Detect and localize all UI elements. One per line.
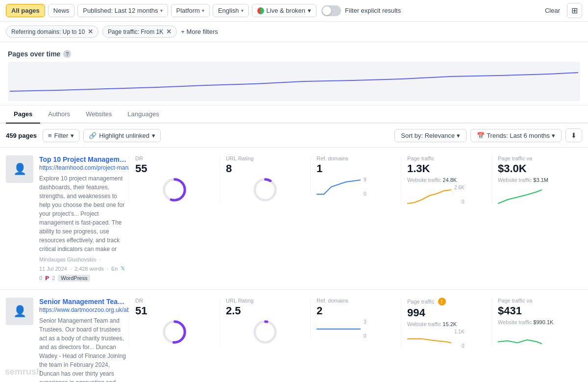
- ur-donut-0: [226, 178, 304, 202]
- more-filters-button[interactable]: + More filters: [181, 28, 218, 35]
- page-traffic-val-chart-0: [498, 185, 576, 204]
- chevron-down-icon: ▾: [457, 132, 460, 139]
- explicit-filter-toggle-wrap: Filter explicit results: [321, 5, 401, 16]
- result-title-1[interactable]: Senior Management Team & Trustees - Dart…: [39, 298, 129, 306]
- chevron-down-icon: ▾: [152, 132, 155, 139]
- page-traffic-range-0: 2.6K 0: [454, 185, 465, 204]
- trends-button[interactable]: 📅 Trends: Last 6 months ▾: [470, 129, 562, 142]
- ref-domains-range-1: 3 0: [364, 319, 367, 339]
- result-url-1: https://www.dartmoorzoo.org.uk/aboutus/s…: [39, 306, 129, 313]
- chart-title: Pages over time ?: [8, 50, 580, 58]
- calendar-icon: 📅: [477, 132, 485, 139]
- table-row: 👤 Senior Management Team & Trustees - Da…: [0, 290, 588, 382]
- tabs-bar: Pages Authors Websites Languages: [0, 105, 588, 124]
- ref-domains-metric-1: Ref. domains 2 3 0: [310, 298, 401, 339]
- info-icon[interactable]: ?: [63, 50, 71, 58]
- chevron-down-icon: ▾: [160, 8, 163, 13]
- result-meta-0: Mindaugas Gluchovskis · 11 Jul 2024 · 2,…: [39, 256, 129, 281]
- page-traffic-val-chart-1: [498, 327, 576, 347]
- result-content-0: Top 10 Project Management Dashboard Exam…: [39, 155, 129, 281]
- result-desc-0: Explore 10 project management dashboards…: [39, 174, 129, 254]
- clear-button[interactable]: Clear: [541, 4, 564, 17]
- result-desc-1: Senior Management Team and Trustees. Our…: [39, 316, 129, 382]
- results-list: 👤 Top 10 Project Management Dashboard Ex…: [0, 148, 588, 382]
- highlight-unlinked-button[interactable]: 🔗 Highlight unlinked ▾: [83, 129, 161, 142]
- explicit-filter-label: Filter explicit results: [345, 7, 401, 14]
- ref-domains-range-0: 9 0: [364, 177, 367, 197]
- url-rating-metric-1: URL Rating 2.5: [220, 298, 310, 347]
- result-url-0: https://teamhood.com/project-management/…: [39, 164, 129, 171]
- dr-donut-1: [135, 320, 214, 344]
- link-icon: 🔗: [89, 132, 97, 139]
- published-filter[interactable]: Published: Last 12 months ▾: [77, 4, 168, 17]
- page-traffic-metric-1: Page traffic ! 994 Website traffic 15.2K…: [401, 298, 491, 349]
- tab-languages[interactable]: Languages: [120, 105, 167, 124]
- tab-pages[interactable]: Pages: [6, 105, 40, 124]
- page-traffic-chart-1: 1.1K 0: [407, 329, 486, 349]
- chevron-down-icon: ▾: [241, 8, 244, 13]
- page-traffic-metric-0: Page traffic 1.3K Website traffic 24.8K …: [401, 155, 491, 204]
- tab-authors[interactable]: Authors: [40, 105, 78, 124]
- filter-button[interactable]: ≡ Filter ▾: [43, 129, 79, 142]
- chart-area: Pages over time ?: [0, 42, 588, 105]
- chevron-down-icon: ▾: [71, 132, 74, 139]
- cms-badge: WordPress: [58, 275, 90, 281]
- explicit-filter-toggle[interactable]: [321, 5, 341, 16]
- page-traffic-val-metric-1: Page traffic va $431 Website traffic $99…: [491, 298, 582, 347]
- dr-metric-1: DR 51: [129, 298, 220, 347]
- filter-icon: ≡: [48, 132, 52, 139]
- live-broken-filter[interactable]: Live & broken ▾: [252, 4, 317, 17]
- tab-websites[interactable]: Websites: [78, 105, 120, 124]
- ref-domains-chart-1: 3 0: [317, 319, 395, 339]
- pages-over-time-chart: [10, 67, 578, 96]
- page-traffic-tag: Page traffic: From 1K ✕: [102, 25, 177, 38]
- remove-referring-domains-tag[interactable]: ✕: [88, 28, 93, 35]
- result-title-0[interactable]: Top 10 Project Management Dashboard Exam…: [39, 155, 129, 163]
- svg-point-2: [255, 179, 275, 200]
- result-thumbnail-0: 👤: [6, 155, 33, 183]
- referring-domains-tag: Referring domains: Up to 10 ✕: [6, 25, 98, 38]
- result-content-1: Senior Management Team & Trustees - Dart…: [39, 298, 129, 382]
- chevron-down-icon: ▾: [202, 8, 204, 13]
- download-button[interactable]: ⬇: [565, 128, 582, 142]
- results-bar: 459 pages ≡ Filter ▾ 🔗 Highlight unlinke…: [0, 124, 588, 148]
- live-dot-icon: [257, 7, 264, 14]
- results-count: 459 pages: [6, 132, 37, 139]
- ref-domains-metric-0: Ref. domains 1 9 0: [310, 155, 401, 197]
- toggle-knob: [322, 6, 331, 15]
- table-row: 👤 Top 10 Project Management Dashboard Ex…: [0, 148, 588, 290]
- english-filter[interactable]: English ▾: [213, 4, 249, 17]
- remove-page-traffic-tag[interactable]: ✕: [166, 28, 172, 35]
- svg-point-6: [255, 322, 275, 342]
- ref-domains-chart-0: 9 0: [317, 177, 395, 197]
- chevron-down-icon: ▾: [552, 132, 555, 139]
- page-traffic-range-1: 1.1K 0: [454, 329, 465, 349]
- result-thumbnail-1: 👤: [6, 298, 33, 325]
- chart-placeholder: [8, 62, 580, 101]
- page-thumb-icon: 👤: [13, 305, 26, 318]
- page-traffic-val-metric-0: Page traffic va $3.0K Website traffic $3…: [491, 155, 582, 204]
- warning-icon: !: [438, 298, 446, 306]
- platform-filter[interactable]: Platform ▾: [171, 4, 210, 17]
- ur-donut-1: [226, 320, 304, 344]
- all-pages-filter[interactable]: All pages: [6, 4, 45, 17]
- news-filter[interactable]: News: [48, 4, 75, 17]
- filter-tags-bar: Referring domains: Up to 10 ✕ Page traff…: [0, 22, 588, 42]
- chevron-down-icon: ▾: [308, 7, 311, 14]
- dr-metric-0: DR 55: [129, 155, 220, 204]
- dr-donut-0: [135, 178, 214, 202]
- filter-bar-top: All pages News Published: Last 12 months…: [0, 0, 588, 22]
- page-traffic-chart-0: 2.6K 0: [407, 185, 486, 204]
- options-button[interactable]: ⊞: [567, 3, 582, 18]
- url-rating-metric-0: URL Rating 8: [220, 155, 310, 204]
- page-thumb-icon: 👤: [13, 163, 26, 176]
- sort-button[interactable]: Sort by: Relevance ▾: [394, 129, 466, 142]
